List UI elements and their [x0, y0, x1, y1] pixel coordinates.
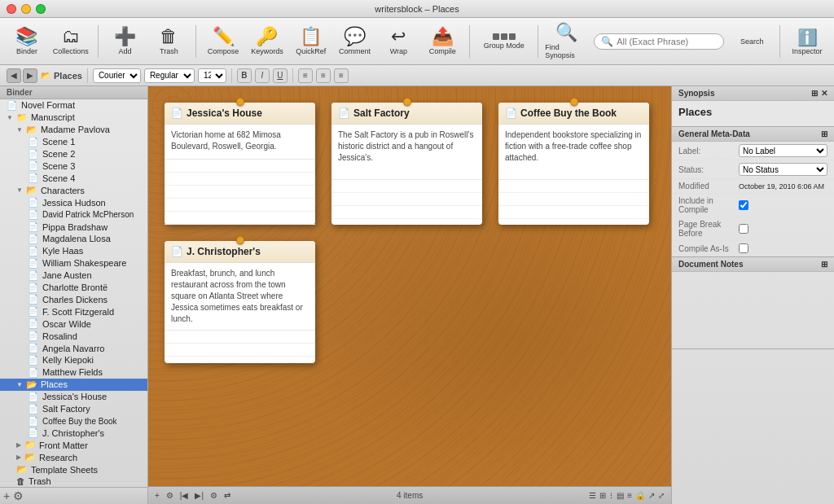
compile-as-is-checkbox[interactable]	[739, 243, 748, 253]
sidebar-item-manuscript[interactable]: ▼ 📁 Manuscript	[0, 112, 147, 124]
bold-button[interactable]: B	[237, 68, 252, 83]
sidebar-item-jessica-hudson[interactable]: 📄 Jessica Hudson	[0, 196, 147, 208]
align-left-button[interactable]: ≡	[298, 68, 313, 83]
view-options-button[interactable]: ⚙	[210, 491, 217, 500]
card-j-christophers[interactable]: 📄 J. Christopher's Breakfast, brunch, an…	[165, 241, 315, 363]
search-input[interactable]	[617, 37, 717, 46]
sidebar-item-oscar[interactable]: 📄 Oscar Wilde	[0, 318, 147, 330]
right-panel: Synopsis ⊞ ✕ Places General Meta-Data ⊞ …	[671, 86, 834, 504]
include-compile-checkbox[interactable]	[739, 200, 748, 210]
quickref-button[interactable]: 📋 QuickRef	[291, 21, 331, 62]
front-matter-triangle: ▶	[16, 441, 21, 449]
sidebar-item-j-christophers[interactable]: 📄 J. Christopher's	[0, 427, 147, 439]
sync-button[interactable]: ⇄	[224, 491, 230, 500]
sidebar-item-matthew[interactable]: 📄 Matthew Fields	[0, 366, 147, 379]
sidebar-item-jane[interactable]: 📄 Jane Austen	[0, 270, 147, 282]
align-right-button[interactable]: ≡	[334, 68, 349, 83]
sidebar-item-salt-factory[interactable]: 📄 Salt Factory	[0, 403, 147, 415]
view-grid-button[interactable]: ⊞	[599, 491, 606, 500]
wrap-button[interactable]: ↩ Wrap	[379, 21, 419, 62]
status-selector[interactable]: No Status	[739, 163, 827, 176]
inspector-button[interactable]: ℹ️ Inspector	[787, 28, 827, 55]
settings-button[interactable]: ⚙	[13, 489, 24, 502]
page-break-checkbox[interactable]	[739, 224, 748, 234]
view-cols-button[interactable]: ⫶	[609, 491, 613, 500]
sidebar-item-madame-pavlova[interactable]: ▼ 📂 Madame Pavlova	[0, 124, 147, 136]
sidebar-item-scene-1[interactable]: 📄 Scene 1	[0, 136, 147, 148]
nav-back-button[interactable]: ◀	[7, 68, 21, 83]
card-pin	[570, 98, 578, 106]
sidebar-item-david-patrick[interactable]: 📄 David Patrick McPherson	[0, 208, 147, 221]
minimize-button[interactable]	[21, 4, 31, 14]
nav-next-button[interactable]: ▶|	[195, 491, 204, 500]
card-jessicas-house[interactable]: 📄 Jessica's House Victorian home at 682 …	[165, 103, 315, 225]
corkboard-settings-button[interactable]: ⚙	[166, 491, 173, 500]
add-item-button[interactable]: +	[155, 491, 160, 500]
expand-button[interactable]: ⤢	[658, 491, 665, 500]
add-folder-button[interactable]: +	[3, 489, 10, 502]
doc-notes-content[interactable]	[672, 272, 834, 348]
lock-button[interactable]: 🔒	[635, 491, 645, 500]
sidebar-item-charles[interactable]: 📄 Charles Dickens	[0, 294, 147, 306]
card-coffee-buy[interactable]: 📄 Coffee Buy the Book Independent bookst…	[498, 103, 649, 225]
nav-forward-button[interactable]: ▶	[23, 68, 37, 83]
sidebar-item-characters[interactable]: ▼ 📂 Characters	[0, 184, 147, 196]
sidebar-item-research[interactable]: ▶ 📂 Research	[0, 451, 147, 463]
view-flow-button[interactable]: ▤	[617, 491, 624, 500]
sidebar-item-angela[interactable]: 📄 Angela Navarro	[0, 342, 147, 354]
trash-button[interactable]: 🗑 Trash	[148, 21, 189, 62]
sidebar-item-jessicas-house[interactable]: 📄 Jessica's House	[0, 391, 147, 403]
sidebar-item-magdalena[interactable]: 📄 Magdalena Llosa	[0, 233, 147, 245]
group-mode-button[interactable]: Group Mode	[476, 21, 531, 62]
compose-button[interactable]: ✏️ Compose	[203, 21, 244, 62]
synopsis-options-button[interactable]: ✕	[821, 89, 827, 98]
collections-button[interactable]: 🗂 Collections	[50, 21, 91, 62]
close-button[interactable]	[7, 4, 16, 14]
sidebar-item-fscott[interactable]: 📄 F. Scott Fitzgerald	[0, 305, 147, 318]
underline-button[interactable]: U	[273, 68, 288, 83]
binder-button[interactable]: 📚 Binder	[7, 21, 47, 62]
sidebar-item-rosalind[interactable]: 📄 Rosalind	[0, 330, 147, 342]
sidebar-item-kelly[interactable]: 📄 Kelly Kiepoki	[0, 354, 147, 366]
label-selector[interactable]: No Label	[739, 144, 827, 157]
sidebar-item-kyle[interactable]: 📄 Kyle Haas	[0, 245, 147, 257]
sidebar-item-scene-2[interactable]: 📄 Scene 2	[0, 148, 147, 160]
compile-button[interactable]: 📤 Compile	[422, 21, 463, 62]
synopsis-expand-button[interactable]: ⊞	[811, 89, 818, 98]
keywords-button[interactable]: 🔑 Keywords	[247, 21, 288, 62]
italic-button[interactable]: I	[255, 68, 270, 83]
sidebar-item-front-matter[interactable]: ▶ 📁 Front Matter	[0, 439, 147, 451]
font-selector[interactable]: Courier	[93, 68, 141, 83]
sidebar-item-trash[interactable]: 🗑 Trash	[0, 476, 147, 487]
share-button[interactable]: ↗	[648, 491, 655, 500]
sidebar-item-coffee-buy[interactable]: 📄 Coffee Buy the Book	[0, 415, 147, 427]
window-controls[interactable]	[7, 4, 46, 14]
sidebar-item-scene-3[interactable]: 📄 Scene 3	[0, 160, 147, 173]
align-center-button[interactable]: ≡	[316, 68, 331, 83]
nav-prev-button[interactable]: |◀	[180, 491, 189, 500]
size-selector[interactable]: 12	[198, 68, 226, 83]
sidebar-item-label: Scene 4	[42, 173, 75, 183]
doc-notes-options[interactable]: ⊞	[821, 260, 827, 269]
search-box[interactable]: 🔍	[594, 33, 724, 50]
sidebar-item-william[interactable]: 📄 William Shakespeare	[0, 257, 147, 270]
meta-options-button[interactable]: ⊞	[821, 129, 827, 138]
comment-button[interactable]: 💬 Comment	[335, 21, 375, 62]
maximize-button[interactable]	[36, 4, 46, 14]
sidebar-item-template-sheets[interactable]: 📂 Template Sheets	[0, 463, 147, 476]
style-selector[interactable]: Regular	[144, 68, 195, 83]
view-list-button[interactable]: ☰	[589, 491, 596, 500]
sidebar-item-charlotte[interactable]: 📄 Charlotte Brontë	[0, 282, 147, 294]
doc-notes-textarea[interactable]	[678, 277, 827, 342]
sidebar-item-pippa[interactable]: 📄 Pippa Bradshaw	[0, 221, 147, 233]
sidebar-item-places[interactable]: ▼ 📂 Places	[0, 379, 147, 391]
add-button[interactable]: ➕ Add	[105, 21, 146, 62]
group-mode-label: Group Mode	[484, 42, 525, 50]
sidebar-item-label: Madame Pavlova	[41, 125, 110, 134]
view-outline-button[interactable]: ≡	[627, 491, 632, 500]
search-button[interactable]: Search	[731, 21, 773, 62]
sidebar-item-scene-4[interactable]: 📄 Scene 4	[0, 172, 147, 184]
card-salt-factory[interactable]: 📄 Salt Factory The Salt Factory is a pub…	[331, 103, 482, 225]
sidebar-item-novel-format[interactable]: 📄 Novel Format	[0, 99, 147, 112]
find-synopsis-button[interactable]: 🔍 Find Synopsis	[545, 21, 587, 62]
